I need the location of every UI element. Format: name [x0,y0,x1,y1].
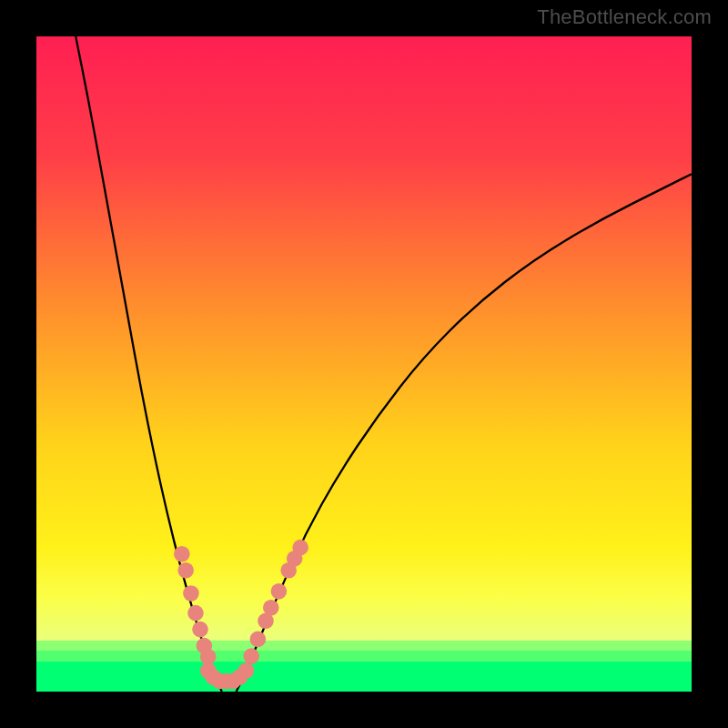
watermark-text: TheBottleneck.com [537,5,712,29]
data-point-marker [187,605,204,622]
data-point-marker [292,540,308,556]
data-point-marker [263,600,279,616]
highlighted-points-group [174,540,308,689]
data-point-marker [174,546,190,562]
data-point-marker [183,585,199,602]
data-point-marker [271,583,288,600]
plot-area [36,36,692,692]
data-point-marker [200,649,217,665]
chart-svg [36,36,692,692]
data-point-marker [177,562,194,579]
left-curve [76,36,222,692]
chart-frame: TheBottleneck.com [0,0,728,728]
data-point-marker [243,648,259,664]
data-point-marker [192,622,208,638]
right-curve [237,174,692,692]
data-point-marker [250,632,267,648]
data-point-marker [238,662,255,679]
